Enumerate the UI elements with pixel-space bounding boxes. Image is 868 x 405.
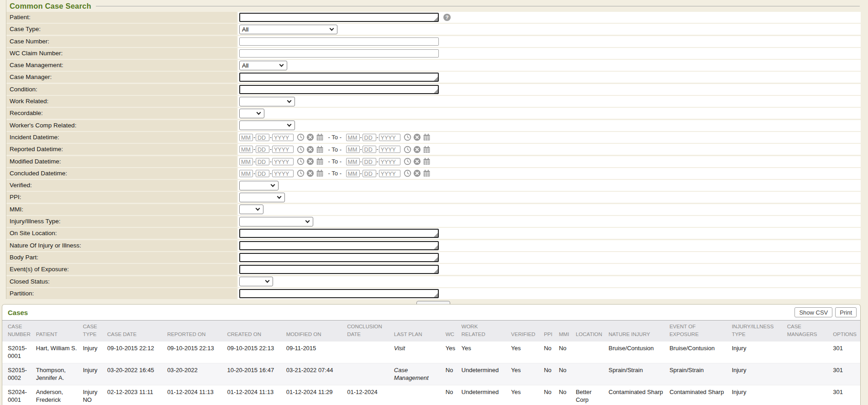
work-related-select[interactable]: [239, 97, 295, 106]
clear-icon[interactable]: [306, 133, 314, 141]
clear-icon[interactable]: [306, 146, 314, 153]
reported-datetime-from-dd-input[interactable]: DD: [256, 146, 269, 153]
cell-mmi: No: [558, 363, 575, 385]
clock-icon[interactable]: [297, 146, 305, 153]
recordable-select[interactable]: [239, 109, 264, 118]
reported-datetime-from-mm-input[interactable]: MM: [239, 146, 253, 153]
calendar-icon[interactable]: [423, 158, 431, 165]
calendar-icon[interactable]: [423, 169, 431, 177]
concluded-datetime-to-dd-input[interactable]: DD: [363, 170, 376, 177]
incident-datetime-to-dd-input[interactable]: DD: [363, 134, 376, 141]
events-of-exposure-input[interactable]: [239, 265, 439, 274]
col-header-case_number: CASE NUMBER: [2, 321, 35, 342]
condition-input[interactable]: [239, 85, 439, 94]
modified-datetime-from-dd-input[interactable]: DD: [256, 158, 269, 165]
injury-illness-type-select[interactable]: [239, 217, 313, 226]
clock-icon[interactable]: [404, 169, 411, 177]
calendar-icon[interactable]: [423, 146, 431, 153]
concluded-datetime-to-group: MM-DD-YYYY: [346, 169, 431, 177]
cell-patient: Thompson, Jennifer A.: [35, 363, 82, 385]
concluded-datetime-to-mm-input[interactable]: MM: [346, 170, 360, 177]
form-row-ppi: PPI:: [6, 192, 861, 203]
help-icon[interactable]: ?: [443, 14, 451, 21]
concluded-datetime-from-yyyy-input[interactable]: YYYY: [272, 170, 294, 177]
cell-work_related: Undetermined: [461, 385, 510, 405]
clock-icon[interactable]: [297, 158, 305, 165]
form-row-patient: Patient:?: [6, 12, 861, 23]
reported-datetime-to-yyyy-input[interactable]: YYYY: [379, 146, 400, 153]
calendar-icon[interactable]: [316, 133, 324, 141]
case-number-input[interactable]: [239, 37, 439, 46]
cases-title: Cases: [8, 309, 28, 316]
col-header-last_plan: LAST PLAN: [393, 321, 445, 342]
form-row-injury-illness-type: Injury/Illness Type:: [6, 216, 861, 227]
on-site-location-input[interactable]: [239, 229, 439, 238]
clock-icon[interactable]: [297, 169, 305, 177]
concluded-datetime-from-mm-input[interactable]: MM: [239, 170, 253, 177]
case-manager-input[interactable]: [239, 73, 439, 82]
mmi-select[interactable]: [239, 205, 263, 214]
calendar-icon[interactable]: [316, 146, 324, 153]
legend-divider: [96, 6, 860, 6]
modified-datetime-to-mm-input[interactable]: MM: [346, 158, 360, 165]
reported-datetime-to-dd-input[interactable]: DD: [363, 146, 376, 153]
modified-datetime-to-yyyy-input[interactable]: YYYY: [379, 158, 400, 165]
reported-datetime-to-mm-input[interactable]: MM: [346, 146, 360, 153]
modified-datetime-to-dd-input[interactable]: DD: [363, 158, 376, 165]
injury-illness-type-field-cell: [238, 216, 861, 227]
clear-icon[interactable]: [413, 169, 421, 177]
partition-input[interactable]: [239, 289, 439, 298]
search-button[interactable]: [416, 301, 450, 304]
ppi-select[interactable]: [239, 193, 285, 202]
search-panel-title: Common Case Search: [10, 2, 91, 11]
clear-icon[interactable]: [306, 158, 314, 165]
verified-select[interactable]: [239, 181, 279, 190]
incident-datetime-from-yyyy-input[interactable]: YYYY: [272, 134, 294, 141]
clock-icon[interactable]: [404, 146, 411, 153]
modified-datetime-from-mm-input[interactable]: MM: [239, 158, 253, 165]
case-management-select[interactable]: All: [239, 61, 287, 70]
reported-datetime-to-label: - To -: [326, 146, 343, 153]
incident-datetime-to-mm-input[interactable]: MM: [346, 134, 360, 141]
clock-icon[interactable]: [404, 133, 411, 141]
common-case-search-panel: Common Case Search Patient:?Case Type:Al…: [6, 0, 861, 299]
case-type-select[interactable]: All: [239, 25, 337, 34]
col-header-mmi: MMI: [558, 321, 575, 342]
modified-datetime-from-yyyy-input[interactable]: YYYY: [272, 158, 294, 165]
cell-reported_on: 01-12-2024 11:13: [166, 385, 226, 405]
clear-icon[interactable]: [413, 146, 421, 153]
calendar-icon[interactable]: [423, 133, 431, 141]
patient-input[interactable]: [239, 13, 439, 22]
patient-label: Patient:: [6, 12, 237, 23]
injury-illness-type-label: Injury/Illness Type:: [6, 216, 237, 227]
cell-reported_on: 09-10-2015 22:13: [166, 342, 226, 363]
closed-status-select[interactable]: [239, 277, 273, 286]
form-row-case-type: Case Type:All: [6, 24, 861, 35]
chevron-down-icon: [287, 122, 292, 127]
clock-icon[interactable]: [404, 158, 411, 165]
clear-icon[interactable]: [306, 169, 314, 177]
clear-icon[interactable]: [413, 158, 421, 165]
wc-claim-number-input[interactable]: [239, 49, 439, 58]
reported-datetime-from-yyyy-input[interactable]: YYYY: [272, 146, 294, 153]
cell-injury_illness_type: Injury: [731, 385, 786, 405]
calendar-icon[interactable]: [316, 169, 324, 177]
concluded-datetime-from-dd-input[interactable]: DD: [256, 170, 269, 177]
incident-datetime-to-yyyy-input[interactable]: YYYY: [379, 134, 400, 141]
incident-datetime-from-dd-input[interactable]: DD: [256, 134, 269, 141]
print-button[interactable]: Print: [835, 307, 857, 317]
col-header-reported_on: REPORTED ON: [166, 321, 226, 342]
cell-mmi: No: [558, 385, 575, 405]
clear-icon[interactable]: [413, 133, 421, 141]
calendar-icon[interactable]: [316, 158, 324, 165]
workers-comp-related-select[interactable]: [239, 121, 295, 130]
show-csv-button[interactable]: Show CSV: [794, 307, 832, 317]
cell-modified_on: 01-12-2024 11:29: [285, 385, 346, 405]
nature-of-injury-or-illness-input[interactable]: [239, 241, 439, 250]
body-part-input[interactable]: [239, 253, 439, 262]
cell-case_number: S2015-0002: [2, 363, 35, 385]
clock-icon[interactable]: [297, 133, 305, 141]
concluded-datetime-to-yyyy-input[interactable]: YYYY: [379, 170, 400, 177]
col-header-ppi: PPI: [543, 321, 558, 342]
incident-datetime-from-mm-input[interactable]: MM: [239, 134, 253, 141]
